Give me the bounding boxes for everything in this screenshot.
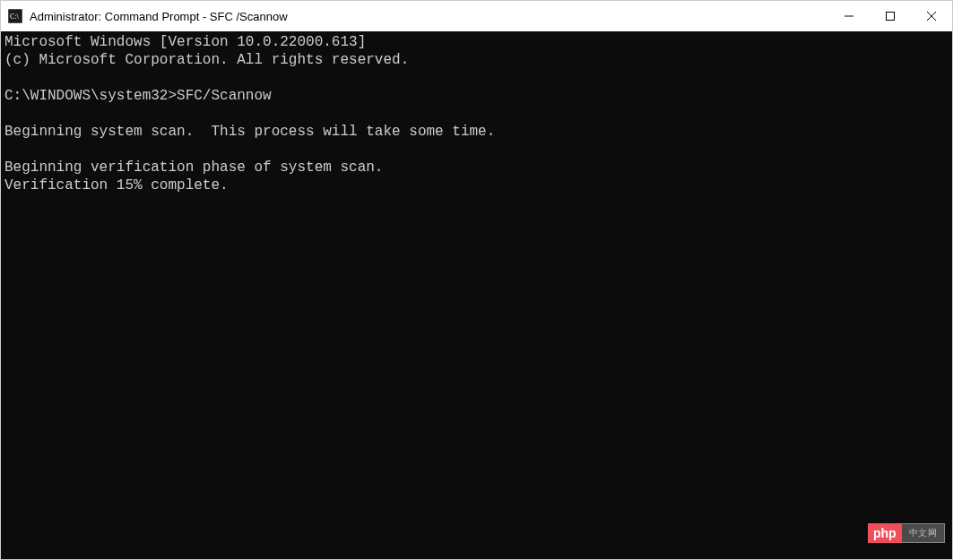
- terminal-line: Beginning verification phase of system s…: [4, 159, 383, 176]
- watermark-left-label: php: [868, 523, 902, 543]
- watermark-right-label: 中文网: [902, 523, 945, 543]
- titlebar[interactable]: C:\ Administrator: Command Prompt - SFC …: [1, 1, 952, 31]
- window-title: Administrator: Command Prompt - SFC /Sca…: [30, 10, 288, 23]
- window-controls: [828, 1, 952, 31]
- minimize-icon: [845, 12, 853, 21]
- close-icon: [927, 12, 936, 21]
- terminal-line: Verification 15% complete.: [4, 177, 229, 194]
- terminal-line: Microsoft Windows [Version 10.0.22000.61…: [4, 34, 366, 50]
- terminal-line: (c) Microsoft Corporation. All rights re…: [4, 52, 409, 68]
- minimize-button[interactable]: [828, 1, 870, 31]
- command-prompt-window: C:\ Administrator: Command Prompt - SFC …: [0, 0, 953, 560]
- close-button[interactable]: [911, 1, 952, 31]
- cmd-icon: C:\: [8, 9, 22, 23]
- maximize-button[interactable]: [870, 1, 911, 31]
- svg-rect-3: [887, 13, 895, 21]
- terminal-output[interactable]: Microsoft Windows [Version 10.0.22000.61…: [1, 31, 952, 559]
- terminal-line: Beginning system scan. This process will…: [4, 124, 495, 140]
- watermark-badge: php 中文网: [868, 523, 945, 543]
- maximize-icon: [886, 12, 895, 21]
- svg-text:C:\: C:\: [10, 13, 20, 21]
- command-text: SFC/Scannow: [177, 88, 272, 104]
- prompt-path: C:\WINDOWS\system32>: [4, 88, 177, 104]
